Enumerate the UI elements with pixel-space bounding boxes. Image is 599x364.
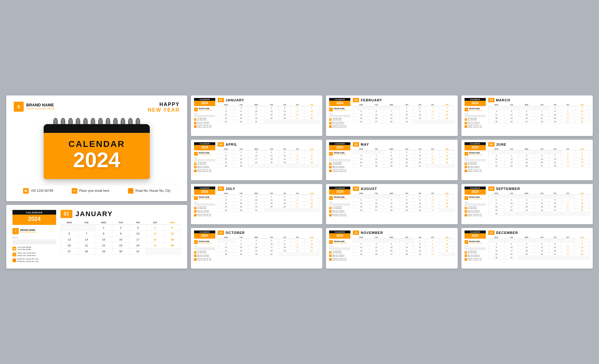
mc-brand-icon-06: S [465, 152, 468, 156]
spiral-9 [113, 118, 118, 124]
mc-day-cell: 17 [264, 246, 279, 249]
mc-mnum-04: 04 [218, 142, 224, 147]
mc-day-cell: 29 [561, 164, 575, 167]
mc-day-cell: 25 [426, 161, 440, 164]
mc-th-tue: TUE [504, 192, 519, 195]
mc-th-fri: FRI [414, 236, 426, 239]
mc-badge-09: CALENDAR [465, 187, 486, 189]
mc-day-cell: 1 [218, 150, 234, 154]
mc-right-10: 10 OCTOBER MONTUEWEDTHUFRISATSUN12345678… [218, 231, 319, 266]
mc-day-cell: 24 [504, 253, 519, 256]
mc-th-fri: FRI [414, 148, 426, 151]
mc-th-thu: THU [399, 192, 414, 195]
mc-day-cell [440, 253, 454, 256]
mc-day-cell: 27 [290, 161, 304, 164]
mc-day-cell: 1 [549, 106, 561, 109]
mc-day-cell [519, 256, 535, 260]
mc-year-07: 2024 [194, 189, 215, 195]
mc-week-2: 12131415161718 [353, 113, 454, 116]
mc-day-cell: 24 [248, 116, 264, 120]
mc-day-cell: 17 [426, 201, 440, 205]
mc-day-cell [519, 239, 535, 242]
mc-mname-06: JUNE [496, 143, 506, 146]
detail-day-cell: 4 [147, 225, 164, 231]
mc-day-cell: 14 [561, 246, 575, 249]
mc-week-3: 17181920212223 [488, 161, 589, 164]
month-card-03: CALENDAR 2024 S BRAND NAME YOUR SLOGAN H… [461, 95, 593, 136]
mc-day-cell: 27 [304, 249, 319, 253]
mc-day-cell: 19 [279, 157, 290, 161]
mc-th-mon: MON [353, 236, 369, 239]
detail-day-cell: 10 [129, 231, 147, 236]
mc-day-cell: 31 [414, 164, 426, 167]
mc-day-cell: 29 [575, 208, 589, 212]
spiral-5 [83, 118, 88, 124]
mc-day-cell: 20 [383, 249, 400, 253]
mc-th-sun: SUN [304, 236, 319, 239]
mc-week-3: 21222324252627 [218, 249, 319, 253]
mc-header-06: 06 JUNE [488, 142, 590, 147]
mc-day-cell: 26 [279, 205, 290, 208]
mc-day-cell: 1 [383, 150, 400, 154]
mc-day-cell: 13 [549, 246, 561, 249]
mc-day-cell [488, 106, 504, 109]
mc-day-cell: 24 [248, 161, 264, 164]
mc-day-cell: 1 [575, 239, 589, 242]
mc-day-cell: 30 [248, 253, 264, 256]
mc-th-sun: SUN [304, 148, 319, 151]
mc-th-mon: MON [218, 236, 234, 239]
mc-brand-icon-04: S [194, 152, 198, 156]
mc-day-cell: 15 [234, 246, 248, 249]
mc-day-cell [519, 106, 535, 109]
mc-th-tue: TUE [369, 236, 383, 239]
mc-day-cell: 4 [440, 195, 454, 198]
mc-day-cell: 28 [304, 161, 319, 164]
mc-day-cell: 16 [561, 113, 575, 116]
mc-day-cell: 8 [399, 109, 414, 113]
mc-day-cell: 15 [218, 157, 234, 161]
mc-year-11: 2024 [329, 233, 350, 239]
mc-week-2: 14151617181920 [218, 246, 319, 249]
mc-day-cell: 3 [504, 198, 519, 201]
mc-day-cell: 21 [535, 116, 549, 120]
mc-email-icon-02: ✉ [329, 122, 332, 124]
mc-day-cell: 7 [304, 150, 319, 154]
detail-day-cell: 16 [112, 236, 129, 242]
mc-week-4: 293031 [218, 120, 319, 123]
mc-day-cell: 7 [383, 198, 400, 201]
mc-week-0: 1 [488, 195, 589, 198]
mc-brand-06: S BRAND NAME YOUR SLOGAN HERE [465, 152, 486, 156]
mc-day-cell: 9 [414, 109, 426, 113]
mc-day-cell: 23 [488, 253, 504, 256]
mc-badge-03: CALENDAR [465, 98, 486, 101]
footer-address-text: Road No, House No, City [135, 189, 170, 192]
mc-day-cell: 26 [279, 116, 290, 120]
month-card-07: CALENDAR 2024 S BRAND NAME YOUR SLOGAN H… [191, 184, 322, 225]
mc-year-04: 2024 [194, 145, 215, 150]
mc-loc-icon-08: 📍 [329, 214, 332, 216]
detail-day-cell: 22 [95, 242, 112, 248]
mc-header-10: 10 OCTOBER [218, 231, 319, 235]
mc-th-tue: TUE [234, 104, 248, 106]
mc-week-3: 22232425262728 [218, 116, 319, 120]
note-line-1 [12, 240, 56, 240]
mc-th-fri: FRI [279, 192, 290, 195]
mc-day-cell: 18 [264, 157, 279, 161]
mc-day-cell [248, 164, 264, 167]
mc-th-sat: SAT [426, 148, 440, 151]
mc-day-cell [369, 106, 383, 109]
detail-phone-icon: ☎ [12, 247, 16, 250]
mc-day-cell: 8 [561, 154, 575, 157]
mc-day-cell: 10 [248, 154, 264, 157]
mc-th-tue: TUE [369, 192, 383, 195]
mc-mnum-07: 07 [218, 187, 224, 191]
mc-day-cell: 9 [561, 109, 575, 113]
mc-day-cell [561, 195, 575, 198]
mc-th-sun: SUN [440, 192, 454, 195]
mc-th-sun: SUN [575, 148, 589, 151]
mc-th-mon: MON [353, 148, 369, 151]
mc-th-fri: FRI [279, 148, 290, 151]
mc-day-cell: 28 [549, 164, 561, 167]
month-card-09: CALENDAR 2024 S BRAND NAME YOUR SLOGAN H… [461, 184, 593, 225]
mc-day-cell: 24 [264, 249, 279, 253]
